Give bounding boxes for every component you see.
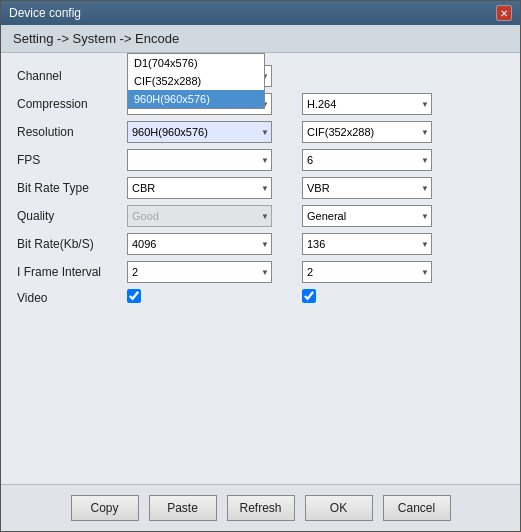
i-frame-right: 21345 [302,261,432,283]
main-window: Device config ✕ Setting -> System -> Enc… [0,0,521,532]
resolution-dropdown[interactable]: D1(704x576) CIF(352x288) 960H(960x576) [127,53,265,109]
i-frame-select[interactable]: 21345 [127,261,272,283]
bit-rate-row: Bit Rate(Kb/S) 409651210242048 136641282… [17,233,504,255]
bit-rate-right: 13664128256 [302,233,432,255]
cancel-button[interactable]: Cancel [383,495,451,521]
bit-rate-type-left: CBRVBR [127,177,272,199]
copy-button[interactable]: Copy [71,495,139,521]
fps-row: FPS 1246 6124 [17,149,504,171]
fps-select[interactable]: 1246 [127,149,272,171]
fps-left: 1246 [127,149,272,171]
resolution-left: D1(704x576) CIF(352x288) 960H(960x576) 9… [127,121,272,143]
resolution-right-select[interactable]: CIF(352x288)D1(704x576) [302,121,432,143]
i-frame-left: 21345 [127,261,272,283]
quality-row: Quality Good GeneralLowestLowGood [17,205,504,227]
bit-rate-type-right: VBRCBR [302,177,432,199]
resolution-option-960h[interactable]: 960H(960x576) [128,90,264,108]
channel-label: Channel [17,69,127,83]
bit-rate-type-label: Bit Rate Type [17,181,127,195]
fps-right-select[interactable]: 6124 [302,149,432,171]
quality-right-select-wrapper[interactable]: GeneralLowestLowGood [302,205,432,227]
compression-right-select[interactable]: H.264H.265 [302,93,432,115]
resolution-right-select-wrapper[interactable]: CIF(352x288)D1(704x576) [302,121,432,143]
resolution-option-cif[interactable]: CIF(352x288) [128,72,264,90]
bit-rate-type-right-select[interactable]: VBRCBR [302,177,432,199]
video-row: Video [17,289,504,306]
compression-right-select-wrapper[interactable]: H.264H.265 [302,93,432,115]
compression-label: Compression [17,97,127,111]
footer: Copy Paste Refresh OK Cancel [1,484,520,531]
bit-rate-type-select-wrapper[interactable]: CBRVBR [127,177,272,199]
i-frame-right-select[interactable]: 21345 [302,261,432,283]
form-content: Channel 1234 Compression H.264H.265 [1,53,520,484]
resolution-select-wrapper[interactable]: 960H(960x576) [127,121,272,143]
bit-rate-right-select-wrapper[interactable]: 13664128256 [302,233,432,255]
quality-left: Good [127,205,272,227]
quality-right-select[interactable]: GeneralLowestLowGood [302,205,432,227]
fps-select-wrapper[interactable]: 1246 [127,149,272,171]
bit-rate-left: 409651210242048 [127,233,272,255]
close-button[interactable]: ✕ [496,5,512,21]
i-frame-label: I Frame Interval [17,265,127,279]
resolution-label: Resolution [17,125,127,139]
bit-rate-type-row: Bit Rate Type CBRVBR VBRCBR [17,177,504,199]
i-frame-right-select-wrapper[interactable]: 21345 [302,261,432,283]
bit-rate-label: Bit Rate(Kb/S) [17,237,127,251]
resolution-option-d1[interactable]: D1(704x576) [128,54,264,72]
video-right-checkbox[interactable] [302,289,316,303]
video-left [127,289,272,306]
window-title: Device config [9,6,81,20]
i-frame-row: I Frame Interval 21345 21345 [17,261,504,283]
resolution-select[interactable]: 960H(960x576) [127,121,272,143]
quality-label: Quality [17,209,127,223]
quality-select[interactable]: Good [127,205,272,227]
fps-right: 6124 [302,149,432,171]
ok-button[interactable]: OK [305,495,373,521]
resolution-right: CIF(352x288)D1(704x576) [302,121,432,143]
resolution-row: Resolution D1(704x576) CIF(352x288) 960H… [17,121,504,143]
bit-rate-type-right-select-wrapper[interactable]: VBRCBR [302,177,432,199]
bit-rate-select-wrapper[interactable]: 409651210242048 [127,233,272,255]
bit-rate-type-select[interactable]: CBRVBR [127,177,272,199]
compression-right: H.264H.265 [302,93,432,115]
paste-button[interactable]: Paste [149,495,217,521]
video-right [302,289,432,306]
bit-rate-select[interactable]: 409651210242048 [127,233,272,255]
quality-select-wrapper[interactable]: Good [127,205,272,227]
i-frame-select-wrapper[interactable]: 21345 [127,261,272,283]
fps-right-select-wrapper[interactable]: 6124 [302,149,432,171]
video-label: Video [17,291,127,305]
fps-label: FPS [17,153,127,167]
quality-right: GeneralLowestLowGood [302,205,432,227]
title-bar: Device config ✕ [1,1,520,25]
refresh-button[interactable]: Refresh [227,495,295,521]
video-checkbox[interactable] [127,289,141,303]
bit-rate-right-select[interactable]: 13664128256 [302,233,432,255]
breadcrumb: Setting -> System -> Encode [1,25,520,53]
